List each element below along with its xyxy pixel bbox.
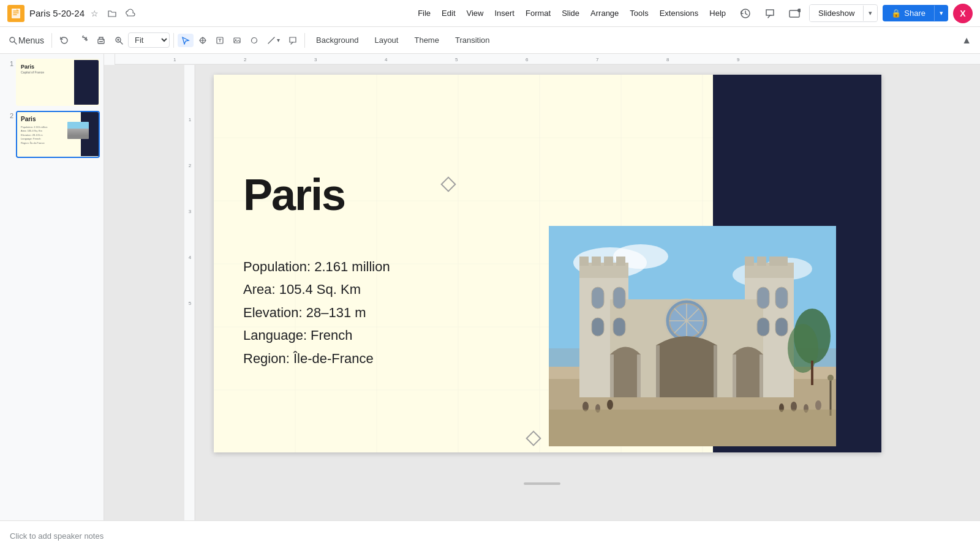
svg-text:9: 9 <box>737 57 740 62</box>
svg-rect-84 <box>592 318 604 336</box>
svg-rect-77 <box>714 345 717 397</box>
comment-tool-button[interactable] <box>285 34 301 47</box>
background-button[interactable]: Background <box>309 32 366 48</box>
svg-rect-67 <box>778 257 788 266</box>
svg-rect-83 <box>775 287 788 309</box>
menu-insert[interactable]: Insert <box>489 6 519 20</box>
share-dropdown-button[interactable]: ▾ <box>934 6 948 21</box>
comments-button[interactable] <box>760 4 780 23</box>
ruler-vertical: 1 2 3 4 5 <box>184 65 195 520</box>
svg-text:5: 5 <box>455 57 458 62</box>
present-button[interactable] <box>785 4 804 23</box>
print-button[interactable] <box>92 33 110 48</box>
svg-rect-78 <box>733 354 736 397</box>
shape-tool-button[interactable] <box>246 34 262 47</box>
avatar[interactable]: X <box>953 4 973 23</box>
share-btn-group: 🔒 Share ▾ <box>883 5 948 21</box>
menu-file[interactable]: File <box>413 6 435 20</box>
diamond-3 <box>526 430 541 446</box>
text-tool-button[interactable] <box>212 34 228 47</box>
slide-row-2: 2 Paris Population: 2.161 millionArea: 1… <box>4 111 100 158</box>
search-menus-button[interactable]: Menus <box>5 33 48 48</box>
line-tool-button[interactable]: ▾ <box>263 34 284 47</box>
thumb2-text: Population: 2.161 millionArea: 105.4 Sq.… <box>21 126 48 145</box>
svg-text:1: 1 <box>173 57 176 62</box>
svg-rect-79 <box>760 354 763 397</box>
toolbar-collapse-button[interactable]: ▲ <box>958 32 975 48</box>
ruler-corner <box>104 54 115 65</box>
menu-tools[interactable]: Tools <box>625 6 653 20</box>
svg-rect-8 <box>99 41 103 42</box>
slide-panel: 1 Paris Capital of France 2 Paris Popula… <box>0 54 104 520</box>
toolbar-divider-3 <box>304 33 305 48</box>
folder-button[interactable] <box>105 7 119 20</box>
share-lock-icon: 🔒 <box>891 9 901 18</box>
svg-text:1: 1 <box>189 117 192 122</box>
slide-title[interactable]: Paris <box>243 170 345 220</box>
slide-thumbnail-1[interactable]: Paris Capital of France <box>16 59 100 106</box>
move-tool-button[interactable] <box>195 34 211 47</box>
svg-line-11 <box>120 42 123 44</box>
svg-rect-99 <box>811 361 813 385</box>
history-button[interactable] <box>736 4 755 23</box>
undo-button[interactable] <box>56 33 73 48</box>
svg-line-6 <box>14 42 17 44</box>
scroll-indicator <box>524 482 560 485</box>
svg-rect-74 <box>610 354 614 397</box>
cathedral-image[interactable] <box>549 226 836 446</box>
slide-thumbnail-2[interactable]: Paris Population: 2.161 millionArea: 105… <box>16 111 100 158</box>
speaker-notes[interactable]: Click to add speaker notes <box>0 520 980 551</box>
svg-rect-61 <box>592 257 601 266</box>
svg-point-4 <box>797 9 801 12</box>
svg-rect-62 <box>604 257 613 266</box>
svg-point-98 <box>788 324 818 373</box>
slide-body-line-5: Region: Île-de-France <box>243 347 390 370</box>
toolbar: Menus Fit 50% 75% 100% 125% 150% ▾ <box>0 27 980 54</box>
menu-help[interactable]: Help <box>704 6 731 20</box>
svg-text:4: 4 <box>385 57 388 62</box>
layout-button[interactable]: Layout <box>367 32 405 48</box>
slide-scroll-area[interactable]: Paris Population: 2.161 million Area: 10… <box>195 65 900 520</box>
slide-number-1: 1 <box>4 59 13 67</box>
share-label: Share <box>904 9 925 18</box>
main-content: 1 Paris Capital of France 2 Paris Popula… <box>0 54 980 520</box>
menu-arrange[interactable]: Arrange <box>586 6 624 20</box>
menu-format[interactable]: Format <box>521 6 556 20</box>
doc-title-area: Paris 5-20-24 ☆ <box>29 7 403 20</box>
svg-rect-65 <box>757 257 766 266</box>
diamond-1 <box>440 176 456 192</box>
star-button[interactable]: ☆ <box>88 7 101 20</box>
svg-text:2: 2 <box>244 57 247 62</box>
slide-body-line-3: Elevation: 28–131 m <box>243 301 390 324</box>
svg-rect-81 <box>613 287 625 309</box>
zoom-select[interactable]: Fit 50% 75% 100% 125% 150% <box>128 32 170 48</box>
share-button[interactable]: 🔒 Share <box>883 5 934 21</box>
canvas-area: 1 2 3 4 5 6 7 8 9 1 2 3 <box>104 54 980 520</box>
theme-button[interactable]: Theme <box>407 32 446 48</box>
thumb1-dark-panel <box>74 60 99 105</box>
menu-extensions[interactable]: Extensions <box>655 6 704 20</box>
slide-body-line-1: Population: 2.161 million <box>243 255 390 278</box>
cathedral-svg <box>549 226 836 446</box>
svg-rect-66 <box>769 257 778 266</box>
speaker-notes-placeholder: Click to add speaker notes <box>10 531 104 541</box>
slide-body[interactable]: Population: 2.161 million Area: 105.4 Sq… <box>243 255 390 370</box>
image-button[interactable] <box>229 34 245 47</box>
redo-button[interactable] <box>74 33 91 48</box>
svg-rect-63 <box>616 257 625 266</box>
svg-point-90 <box>607 400 613 410</box>
cloud-button[interactable] <box>123 7 138 20</box>
doc-title[interactable]: Paris 5-20-24 <box>29 8 85 18</box>
menu-edit[interactable]: Edit <box>437 6 460 20</box>
svg-text:6: 6 <box>526 57 529 62</box>
slide-main[interactable]: Paris Population: 2.161 million Area: 10… <box>214 75 881 452</box>
cursor-tool-button[interactable] <box>178 34 194 47</box>
slideshow-dropdown-button[interactable]: ▾ <box>863 6 877 21</box>
svg-rect-100 <box>549 410 836 446</box>
menu-view[interactable]: View <box>462 6 489 20</box>
menu-slide[interactable]: Slide <box>557 6 584 20</box>
slideshow-button[interactable]: Slideshow <box>810 5 863 21</box>
transition-button[interactable]: Transition <box>448 32 497 48</box>
slide-body-line-2: Area: 105.4 Sq. Km <box>243 278 390 301</box>
zoom-button[interactable] <box>111 34 127 47</box>
